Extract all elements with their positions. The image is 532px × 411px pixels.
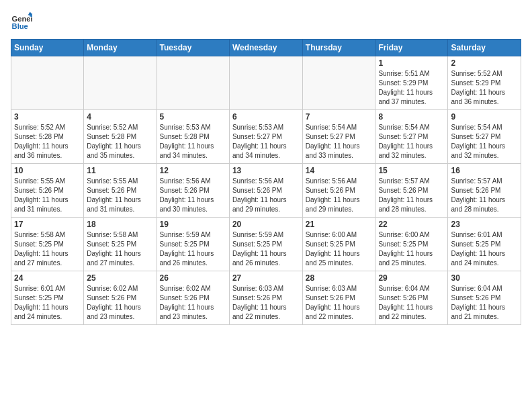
- calendar-cell: 18Sunrise: 5:58 AM Sunset: 5:25 PM Dayli…: [84, 218, 157, 271]
- calendar-cell: 11Sunrise: 5:55 AM Sunset: 5:26 PM Dayli…: [84, 164, 157, 218]
- day-number: 29: [378, 273, 445, 283]
- day-number: 19: [160, 220, 226, 229]
- calendar-cell: 3Sunrise: 5:52 AM Sunset: 5:28 PM Daylig…: [11, 110, 84, 164]
- day-info: Sunrise: 6:02 AM Sunset: 5:26 PM Dayligh…: [160, 284, 226, 322]
- day-number: 21: [306, 220, 373, 229]
- day-info: Sunrise: 6:01 AM Sunset: 5:25 PM Dayligh…: [14, 284, 81, 322]
- weekday-header-saturday: Saturday: [448, 40, 521, 56]
- day-info: Sunrise: 5:55 AM Sunset: 5:26 PM Dayligh…: [14, 177, 81, 214]
- day-number: 2: [451, 58, 518, 68]
- week-row-1: 1Sunrise: 5:51 AM Sunset: 5:29 PM Daylig…: [11, 56, 521, 110]
- day-number: 11: [87, 166, 153, 175]
- calendar-cell: 8Sunrise: 5:54 AM Sunset: 5:27 PM Daylig…: [375, 110, 448, 164]
- day-info: Sunrise: 6:04 AM Sunset: 5:26 PM Dayligh…: [451, 284, 518, 322]
- day-info: Sunrise: 5:56 AM Sunset: 5:26 PM Dayligh…: [232, 177, 300, 214]
- day-info: Sunrise: 6:03 AM Sunset: 5:26 PM Dayligh…: [306, 284, 373, 322]
- day-number: 8: [378, 112, 445, 122]
- day-info: Sunrise: 5:52 AM Sunset: 5:28 PM Dayligh…: [87, 123, 153, 161]
- day-info: Sunrise: 5:53 AM Sunset: 5:28 PM Dayligh…: [160, 123, 226, 161]
- calendar-cell: 28Sunrise: 6:03 AM Sunset: 5:26 PM Dayli…: [302, 271, 375, 325]
- day-info: Sunrise: 5:59 AM Sunset: 5:25 PM Dayligh…: [160, 230, 226, 268]
- calendar-cell: 26Sunrise: 6:02 AM Sunset: 5:26 PM Dayli…: [157, 271, 229, 325]
- calendar-cell: [84, 56, 157, 110]
- calendar-header: SundayMondayTuesdayWednesdayThursdayFrid…: [11, 40, 521, 56]
- day-number: 24: [14, 273, 81, 283]
- day-info: Sunrise: 5:55 AM Sunset: 5:26 PM Dayligh…: [87, 177, 153, 214]
- day-number: 18: [87, 220, 153, 229]
- day-info: Sunrise: 5:51 AM Sunset: 5:29 PM Dayligh…: [378, 69, 445, 107]
- day-info: Sunrise: 5:56 AM Sunset: 5:26 PM Dayligh…: [160, 177, 226, 214]
- calendar-table: SundayMondayTuesdayWednesdayThursdayFrid…: [11, 39, 521, 325]
- calendar-cell: 22Sunrise: 6:00 AM Sunset: 5:25 PM Dayli…: [375, 218, 448, 271]
- weekday-row: SundayMondayTuesdayWednesdayThursdayFrid…: [11, 40, 521, 56]
- calendar-cell: 17Sunrise: 5:58 AM Sunset: 5:25 PM Dayli…: [11, 218, 84, 271]
- calendar-cell: 27Sunrise: 6:03 AM Sunset: 5:26 PM Dayli…: [229, 271, 302, 325]
- calendar-cell: 16Sunrise: 5:57 AM Sunset: 5:26 PM Dayli…: [448, 164, 521, 218]
- day-number: 14: [306, 166, 373, 175]
- calendar-cell: 15Sunrise: 5:57 AM Sunset: 5:26 PM Dayli…: [375, 164, 448, 218]
- day-number: 23: [451, 220, 518, 229]
- day-number: 27: [232, 273, 300, 283]
- day-number: 15: [378, 166, 445, 175]
- calendar-cell: 10Sunrise: 5:55 AM Sunset: 5:26 PM Dayli…: [11, 164, 84, 218]
- day-number: 13: [232, 166, 300, 175]
- day-info: Sunrise: 5:54 AM Sunset: 5:27 PM Dayligh…: [451, 123, 518, 161]
- calendar-cell: 4Sunrise: 5:52 AM Sunset: 5:28 PM Daylig…: [84, 110, 157, 164]
- day-info: Sunrise: 6:02 AM Sunset: 5:26 PM Dayligh…: [87, 284, 153, 322]
- calendar-cell: 7Sunrise: 5:54 AM Sunset: 5:27 PM Daylig…: [302, 110, 375, 164]
- svg-text:Blue: Blue: [12, 22, 28, 30]
- day-info: Sunrise: 5:53 AM Sunset: 5:27 PM Dayligh…: [232, 123, 300, 161]
- day-info: Sunrise: 6:01 AM Sunset: 5:25 PM Dayligh…: [451, 230, 518, 268]
- day-number: 17: [14, 220, 81, 229]
- day-number: 16: [451, 166, 518, 175]
- calendar-cell: 1Sunrise: 5:51 AM Sunset: 5:29 PM Daylig…: [375, 56, 448, 110]
- day-info: Sunrise: 5:58 AM Sunset: 5:25 PM Dayligh…: [14, 230, 81, 268]
- day-number: 4: [87, 112, 153, 122]
- day-info: Sunrise: 6:03 AM Sunset: 5:26 PM Dayligh…: [232, 284, 300, 322]
- calendar-cell: 23Sunrise: 6:01 AM Sunset: 5:25 PM Dayli…: [448, 218, 521, 271]
- weekday-header-tuesday: Tuesday: [157, 40, 229, 56]
- day-number: 30: [451, 273, 518, 283]
- page: General Blue SundayMondayTuesdayWednesda…: [0, 0, 532, 336]
- calendar-cell: 6Sunrise: 5:53 AM Sunset: 5:27 PM Daylig…: [229, 110, 302, 164]
- day-number: 22: [378, 220, 445, 229]
- calendar-cell: 29Sunrise: 6:04 AM Sunset: 5:26 PM Dayli…: [375, 271, 448, 325]
- calendar-cell: [157, 56, 229, 110]
- weekday-header-friday: Friday: [375, 40, 448, 56]
- day-number: 7: [306, 112, 373, 122]
- calendar-cell: [302, 56, 375, 110]
- day-number: 20: [232, 220, 300, 229]
- calendar-cell: 21Sunrise: 6:00 AM Sunset: 5:25 PM Dayli…: [302, 218, 375, 271]
- day-info: Sunrise: 5:52 AM Sunset: 5:29 PM Dayligh…: [451, 69, 518, 107]
- calendar-cell: 5Sunrise: 5:53 AM Sunset: 5:28 PM Daylig…: [157, 110, 229, 164]
- day-number: 6: [232, 112, 300, 122]
- calendar-cell: 19Sunrise: 5:59 AM Sunset: 5:25 PM Dayli…: [157, 218, 229, 271]
- day-info: Sunrise: 5:58 AM Sunset: 5:25 PM Dayligh…: [87, 230, 153, 268]
- calendar-cell: 12Sunrise: 5:56 AM Sunset: 5:26 PM Dayli…: [157, 164, 229, 218]
- calendar-cell: 30Sunrise: 6:04 AM Sunset: 5:26 PM Dayli…: [448, 271, 521, 325]
- day-info: Sunrise: 5:52 AM Sunset: 5:28 PM Dayligh…: [14, 123, 81, 161]
- calendar-cell: 20Sunrise: 5:59 AM Sunset: 5:25 PM Dayli…: [229, 218, 302, 271]
- day-info: Sunrise: 5:54 AM Sunset: 5:27 PM Dayligh…: [378, 123, 445, 161]
- logo-icon: General Blue: [11, 11, 32, 32]
- day-info: Sunrise: 5:56 AM Sunset: 5:26 PM Dayligh…: [306, 177, 373, 214]
- calendar-cell: 24Sunrise: 6:01 AM Sunset: 5:25 PM Dayli…: [11, 271, 84, 325]
- calendar-cell: 14Sunrise: 5:56 AM Sunset: 5:26 PM Dayli…: [302, 164, 375, 218]
- day-number: 28: [306, 273, 373, 283]
- day-number: 9: [451, 112, 518, 122]
- logo: General Blue: [11, 11, 35, 32]
- day-info: Sunrise: 6:00 AM Sunset: 5:25 PM Dayligh…: [378, 230, 445, 268]
- day-number: 25: [87, 273, 153, 283]
- day-info: Sunrise: 5:57 AM Sunset: 5:26 PM Dayligh…: [451, 177, 518, 214]
- calendar-cell: [11, 56, 84, 110]
- header: General Blue: [11, 11, 521, 32]
- weekday-header-wednesday: Wednesday: [229, 40, 302, 56]
- weekday-header-monday: Monday: [84, 40, 157, 56]
- weekday-header-sunday: Sunday: [11, 40, 84, 56]
- day-number: 1: [378, 58, 445, 68]
- day-number: 10: [14, 166, 81, 175]
- weekday-header-thursday: Thursday: [302, 40, 375, 56]
- calendar-cell: 13Sunrise: 5:56 AM Sunset: 5:26 PM Dayli…: [229, 164, 302, 218]
- week-row-2: 3Sunrise: 5:52 AM Sunset: 5:28 PM Daylig…: [11, 110, 521, 164]
- calendar-cell: 2Sunrise: 5:52 AM Sunset: 5:29 PM Daylig…: [448, 56, 521, 110]
